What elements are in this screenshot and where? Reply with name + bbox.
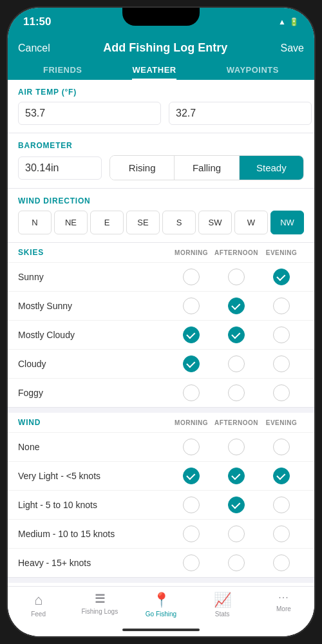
wind-section: WIND MORNING AFTERNOON EVENING None Very… [8, 413, 314, 578]
skies-sunny-label: Sunny [18, 272, 169, 282]
radio-sunny-afternoon[interactable] [228, 269, 245, 285]
tab-feed-label: Feed [31, 611, 46, 618]
barometer-label: BAROMETER [18, 141, 304, 150]
radio-sunny-morning[interactable] [183, 269, 200, 285]
radio-cloudy-evening[interactable] [273, 355, 290, 372]
radio-light-evening[interactable] [273, 497, 290, 513]
air-temp-input-1[interactable] [18, 102, 161, 125]
radio-verylight-afternoon[interactable] [228, 468, 245, 484]
skies-cloudy-morning [169, 352, 214, 375]
wind-light-label: Light - 5 to 10 knots [18, 500, 169, 510]
skies-foggy-label: Foggy [18, 388, 169, 398]
list-icon: ☰ [95, 592, 105, 606]
status-icons: ▲ 🔋 [278, 17, 299, 26]
wind-evening-header: EVENING [259, 419, 304, 426]
radio-verylight-morning[interactable] [183, 468, 200, 484]
skies-mostlysunny-morning [169, 294, 214, 317]
tab-gofishing-label: Go Fishing [146, 611, 176, 618]
baro-rising-button[interactable]: Rising [110, 156, 175, 180]
wind-sw[interactable]: SW [198, 211, 232, 234]
skies-row-cloudy: Cloudy [8, 349, 314, 378]
radio-mostlycloudy-afternoon[interactable] [228, 327, 245, 343]
baro-falling-button[interactable]: Falling [175, 156, 239, 180]
tab-go-fishing[interactable]: 📍 Go Fishing [130, 592, 191, 618]
radio-foggy-evening[interactable] [273, 384, 290, 401]
skies-cloudy-afternoon [214, 352, 259, 375]
skies-sunny-morning [169, 265, 214, 289]
skies-label: SKIES [18, 248, 169, 257]
skies-foggy-afternoon [214, 381, 259, 404]
wind-s[interactable]: S [162, 211, 196, 234]
radio-mostlysunny-afternoon[interactable] [228, 298, 245, 314]
air-temp-row [18, 102, 304, 125]
radio-heavy-afternoon[interactable] [228, 554, 245, 571]
tab-waypoints[interactable]: WAYPOINTS [227, 60, 279, 80]
radio-cloudy-morning[interactable] [183, 355, 200, 372]
tab-stats[interactable]: 📈 Stats [192, 592, 253, 618]
radio-none-evening[interactable] [273, 439, 290, 455]
skies-foggy-evening [259, 381, 304, 404]
radio-heavy-evening[interactable] [273, 554, 290, 571]
skies-foggy-morning [169, 381, 214, 404]
wind-medium-label: Medium - 10 to 15 knots [18, 529, 169, 539]
tab-more-label: More [276, 605, 291, 612]
home-icon: ⌂ [34, 592, 43, 609]
wind-none-label: None [18, 442, 169, 452]
baro-steady-button[interactable]: Steady [240, 156, 303, 180]
scroll-content: AIR TEMP (°F) BAROMETER Rising Falling S… [8, 80, 314, 636]
radio-mostlycloudy-evening[interactable] [273, 327, 290, 343]
wind-row-none: None [8, 432, 314, 461]
skies-afternoon-header: AFTERNOON [214, 249, 259, 256]
skies-mostly-sunny-label: Mostly Sunny [18, 301, 169, 311]
radio-none-morning[interactable] [183, 439, 200, 455]
skies-row-mostly-sunny: Mostly Sunny [8, 291, 314, 320]
radio-light-morning[interactable] [183, 497, 200, 513]
tab-weather[interactable]: WEATHER [132, 60, 176, 80]
wind-ne[interactable]: NE [54, 211, 88, 234]
app-header: Cancel Add Fishing Log Entry Save FRIEND… [8, 36, 314, 80]
wind-dir-row: N NE E SE S SW W NW [18, 211, 304, 234]
wind-se[interactable]: SE [126, 211, 160, 234]
skies-row-sunny: Sunny [8, 262, 314, 291]
radio-mostlycloudy-morning[interactable] [183, 327, 200, 343]
radio-foggy-morning[interactable] [183, 384, 200, 401]
radio-medium-evening[interactable] [273, 526, 290, 542]
radio-mostlysunny-evening[interactable] [273, 298, 290, 314]
radio-cloudy-afternoon[interactable] [228, 355, 245, 372]
save-button[interactable]: Save [281, 43, 304, 54]
wind-header: WIND MORNING AFTERNOON EVENING [8, 413, 314, 432]
skies-mostlycloudy-morning [169, 323, 214, 346]
tab-more[interactable]: ··· More [253, 592, 314, 612]
wind-n[interactable]: N [18, 211, 52, 234]
radio-heavy-morning[interactable] [183, 554, 200, 571]
air-temp-section: AIR TEMP (°F) [8, 80, 314, 133]
wind-verylight-label: Very Light - <5 knots [18, 471, 169, 481]
radio-sunny-evening[interactable] [273, 269, 290, 285]
wind-label: WIND [18, 418, 169, 427]
skies-sunny-evening [259, 265, 304, 289]
radio-light-afternoon[interactable] [228, 497, 245, 513]
skies-row-foggy: Foggy [8, 378, 314, 407]
radio-medium-morning[interactable] [183, 526, 200, 542]
tab-feed[interactable]: ⌂ Feed [8, 592, 69, 618]
tab-fishing-logs[interactable]: ☰ Fishing Logs [69, 592, 130, 615]
header-nav: Cancel Add Fishing Log Entry Save [18, 41, 304, 60]
wind-w[interactable]: W [234, 211, 268, 234]
radio-foggy-afternoon[interactable] [228, 384, 245, 401]
cancel-button[interactable]: Cancel [18, 43, 50, 54]
tab-friends[interactable]: FRIENDS [43, 60, 82, 80]
radio-mostlysunny-morning[interactable] [183, 298, 200, 314]
skies-mostlycloudy-evening [259, 323, 304, 346]
skies-mostlycloudy-afternoon [214, 323, 259, 346]
radio-verylight-evening[interactable] [273, 468, 290, 484]
skies-mostlysunny-afternoon [214, 294, 259, 317]
wind-e[interactable]: E [90, 211, 124, 234]
wind-nw[interactable]: NW [270, 211, 304, 234]
air-temp-input-2[interactable] [169, 102, 312, 125]
skies-sunny-afternoon [214, 265, 259, 289]
radio-medium-afternoon[interactable] [228, 526, 245, 542]
radio-none-afternoon[interactable] [228, 439, 245, 455]
more-icon: ··· [278, 592, 289, 603]
wind-row-light: Light - 5 to 10 knots [8, 490, 314, 519]
barometer-input[interactable] [18, 156, 102, 180]
